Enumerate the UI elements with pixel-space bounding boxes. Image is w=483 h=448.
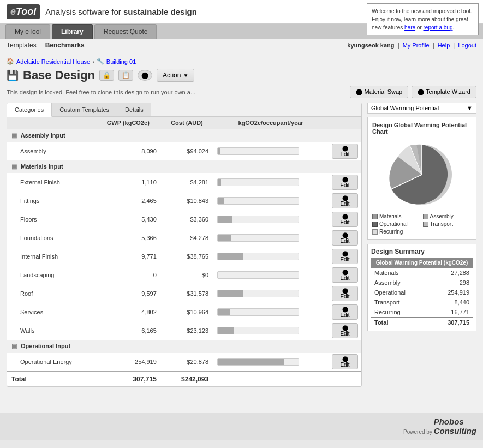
chart-title: Design Global Warming Potential Chart <box>372 122 472 135</box>
action-label: Action <box>163 71 181 79</box>
pie-chart <box>372 139 472 210</box>
edit-external-finish-btn[interactable]: ⬤ Edit <box>332 175 358 190</box>
row-operational-energy: Operational Energy 254,919 $20,878 ⬤ Edi… <box>7 353 361 372</box>
tab-library[interactable]: Library <box>52 24 93 39</box>
circle-btn[interactable]: ⬤ <box>138 70 152 81</box>
action-button[interactable]: Action ▼ <box>157 69 194 82</box>
chart-dropdown[interactable]: Global Warming Potential ▼ <box>367 103 476 114</box>
section-operational-header: ▣ Operational Input <box>7 340 361 353</box>
edit-roof-btn[interactable]: ⬤ Edit <box>332 286 358 301</box>
row-foundations: Foundations 5,366 $4,278 ⬤ Edit <box>7 229 361 247</box>
col-category <box>7 117 96 129</box>
edit-foundations-btn[interactable]: ⬤ Edit <box>332 230 358 246</box>
template-wizard-btn[interactable]: ⬤ Template Wizard <box>412 86 476 98</box>
edit-assembly-btn[interactable]: ⬤ Edit <box>332 144 358 159</box>
tab-my-etool[interactable]: My eTool <box>5 24 50 39</box>
row-landscaping: Landscaping 0 $0 ⬤ Edit <box>7 266 361 284</box>
page-title: Base Design <box>23 68 95 82</box>
legend-operational: Operational <box>372 221 421 227</box>
content-layout: Categories Custom Templates Details GWP … <box>7 103 476 387</box>
summary-total-row: Total 307,715 <box>371 318 473 328</box>
edit-walls-btn[interactable]: ⬤ Edit <box>332 323 358 338</box>
summary-row-transport: Transport 8,440 <box>371 297 473 307</box>
summary-table: Global Warming Potential (kgCO2e) Materi… <box>371 258 473 327</box>
toggle-operational[interactable]: ▣ <box>11 343 17 349</box>
legend-recurring: Recurring <box>372 229 421 235</box>
summary-row-operational: Operational 254,919 <box>371 288 473 297</box>
col-kgco2e: kgCO2e/occupant/year <box>213 117 329 129</box>
username: kyungseok kang <box>347 42 394 49</box>
data-table: GWP (kgCO2e) Cost (AUD) kgCO2e/occupant/… <box>7 117 361 386</box>
tooltip-box: Welcome to the new and improved eTool. E… <box>367 3 479 35</box>
toggle-assembly[interactable]: ▣ <box>11 132 17 139</box>
breadcrumb: 🏠 Adelaide Residential House › 🔧 Buildin… <box>7 58 476 65</box>
logo-area: eTool Analysis software for sustainable … <box>7 4 197 19</box>
tooltip-link-bug[interactable]: report a bug <box>424 25 453 31</box>
summary-col-header: Global Warming Potential (kgCO2e) <box>371 258 473 268</box>
secondary-nav: Templates Benchmarks kyungseok kang | My… <box>0 39 483 52</box>
tab-details[interactable]: Details <box>117 103 151 116</box>
row-external-finish: External Finish 1,110 $4,281 ⬤ Edit <box>7 173 361 192</box>
nav-templates[interactable]: Templates <box>7 41 37 49</box>
info-row: This design is locked. Feel free to clon… <box>7 86 476 98</box>
chart-legend: Materials Assembly Operational Transport <box>372 213 472 235</box>
legend-assembly: Assembly <box>423 213 472 219</box>
logo-box: eTool <box>7 4 40 19</box>
summary-title: Design Summary <box>371 248 473 255</box>
clone-icon-btn[interactable]: 📋 <box>118 70 133 81</box>
edit-landscaping-btn[interactable]: ⬤ Edit <box>332 267 358 283</box>
legend-transport: Transport <box>423 221 472 227</box>
help-link[interactable]: Help <box>438 42 450 49</box>
edit-operational-energy-btn[interactable]: ⬤ Edit <box>332 354 358 369</box>
chart-box: Design Global Warming Potential Chart <box>367 117 476 240</box>
total-row: Total 307,715 $242,093 <box>7 372 361 386</box>
row-assembly: Assembly 8,090 $94,024 ⬤ Edit <box>7 142 361 160</box>
secondary-nav-left: Templates Benchmarks <box>7 41 85 49</box>
table-tab-bar: Categories Custom Templates Details <box>7 103 361 117</box>
table-section: Categories Custom Templates Details GWP … <box>7 103 362 387</box>
summary-row-assembly: Assembly 298 <box>371 278 473 288</box>
logout-link[interactable]: Logout <box>458 42 476 49</box>
footer-powered-by: Powered by <box>403 429 434 435</box>
footer-brand: PhobosConsulting <box>434 417 476 435</box>
edit-services-btn[interactable]: ⬤ Edit <box>332 304 358 320</box>
my-profile-link[interactable]: My Profile <box>403 42 430 49</box>
wizard-buttons: ⬤ Material Swap ⬤ Template Wizard <box>350 86 476 98</box>
summary-box: Design Summary Global Warming Potential … <box>367 244 476 331</box>
row-internal-finish: Internal Finish 9,771 $38,765 ⬤ Edit <box>7 247 361 266</box>
summary-row-recurring: Recurring 16,771 <box>371 307 473 318</box>
nav-benchmarks[interactable]: Benchmarks <box>45 41 85 49</box>
tab-custom-templates[interactable]: Custom Templates <box>52 103 117 116</box>
lock-icon-btn[interactable]: 🔒 <box>99 70 114 81</box>
chart-dropdown-label: Global Warming Potential <box>371 105 439 111</box>
tooltip-link-here[interactable]: here <box>404 25 415 31</box>
legend-materials: Materials <box>372 213 421 219</box>
section-assembly-header: ▣ Assembly Input <box>7 129 361 142</box>
main-content: 🏠 Adelaide Residential House › 🔧 Buildin… <box>0 52 483 413</box>
tab-categories[interactable]: Categories <box>7 103 52 117</box>
row-roof: Roof 9,597 $31,578 ⬤ Edit <box>7 284 361 303</box>
dropdown-arrow: ▼ <box>183 73 188 79</box>
title-row: 💾 Base Design 🔒 📋 ⬤ Action ▼ <box>7 68 476 82</box>
breadcrumb-building[interactable]: Building 01 <box>106 58 136 65</box>
breadcrumb-house[interactable]: Adelaide Residential House <box>16 58 90 65</box>
footer: Powered by PhobosConsulting <box>0 413 483 440</box>
row-floors: Floors 5,430 $3,360 ⬤ Edit <box>7 210 361 229</box>
summary-row-materials: Materials 27,288 <box>371 268 473 278</box>
edit-internal-finish-btn[interactable]: ⬤ Edit <box>332 249 358 264</box>
row-services: Services 4,802 $10,964 ⬤ Edit <box>7 303 361 321</box>
col-cost: Cost (AUD) <box>161 117 213 129</box>
chart-dropdown-arrow: ▼ <box>467 105 473 111</box>
material-swap-btn[interactable]: ⬤ Material Swap <box>350 86 408 98</box>
section-materials-header: ▣ Materials Input <box>7 160 361 173</box>
edit-floors-btn[interactable]: ⬤ Edit <box>332 212 358 227</box>
col-action <box>329 117 361 129</box>
tab-request-quote[interactable]: Request Quote <box>94 24 157 39</box>
info-text: This design is locked. Feel free to clon… <box>7 89 195 95</box>
row-walls: Walls 6,165 $23,123 ⬤ Edit <box>7 321 361 340</box>
toggle-materials[interactable]: ▣ <box>11 163 17 170</box>
edit-fittings-btn[interactable]: ⬤ Edit <box>332 193 358 208</box>
col-gwp: GWP (kgCO2e) <box>96 117 161 129</box>
secondary-nav-right: kyungseok kang | My Profile | Help | Log… <box>347 42 476 49</box>
right-panel: Global Warming Potential ▼ Design Global… <box>367 103 476 331</box>
